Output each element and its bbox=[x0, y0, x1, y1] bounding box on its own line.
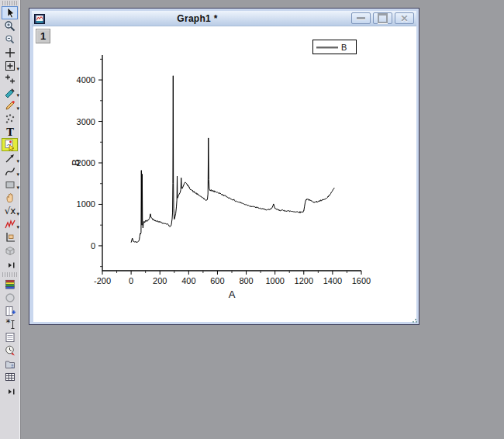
worksheet-tool-button[interactable] bbox=[2, 330, 18, 344]
rect-icon bbox=[4, 178, 16, 191]
plot-area[interactable]: -200020040060080010001200140016000100020… bbox=[33, 26, 416, 322]
grid-icon bbox=[4, 371, 16, 383]
minimize-icon bbox=[357, 17, 365, 19]
brush-icon bbox=[4, 86, 16, 99]
recalculate-tool-button[interactable] bbox=[2, 344, 18, 357]
project-folder-tool-button[interactable] bbox=[2, 357, 18, 370]
legend-line-sample bbox=[316, 47, 338, 48]
screen-reader-tool-button[interactable] bbox=[2, 46, 18, 59]
draw-data-tool-button[interactable]: ▾ bbox=[2, 99, 18, 112]
x-tick-label: 1400 bbox=[323, 276, 342, 285]
x-tick-label: -200 bbox=[94, 276, 111, 285]
graph-page: -200020040060080010001200140016000100020… bbox=[33, 26, 416, 322]
hand-icon bbox=[4, 192, 16, 204]
dropdown-arrow-icon[interactable]: ▾ bbox=[16, 224, 19, 230]
dropdown-arrow-icon[interactable]: ▾ bbox=[16, 105, 19, 111]
zoom-in-tool-button[interactable] bbox=[2, 19, 18, 33]
x-axis-title[interactable]: A bbox=[170, 289, 294, 300]
x-tick-label: 1200 bbox=[295, 276, 313, 285]
pointer-icon bbox=[4, 7, 16, 19]
zoom-out-tool-button[interactable] bbox=[2, 33, 18, 46]
y-tick-label: 1000 bbox=[77, 199, 95, 209]
svg-text:T: T bbox=[6, 126, 14, 137]
arrow-tool-button[interactable]: ▾ bbox=[2, 151, 18, 164]
curve-icon bbox=[4, 165, 16, 178]
text-tool-button[interactable]: T bbox=[2, 125, 18, 138]
toolbar-grip[interactable] bbox=[2, 1, 17, 5]
equation-tool-button[interactable]: √x▾ bbox=[2, 204, 18, 217]
restore-button[interactable] bbox=[373, 12, 392, 24]
add-column-tool-button[interactable] bbox=[2, 304, 18, 317]
graph-window-icon bbox=[34, 13, 45, 23]
dropdown-arrow-icon[interactable]: ▾ bbox=[16, 211, 19, 216]
x-tick-label: 800 bbox=[239, 276, 253, 285]
dropdown-arrow-icon[interactable]: ▾ bbox=[16, 171, 19, 177]
y-tick-label: 3000 bbox=[77, 117, 95, 126]
y-tick-label: 4000 bbox=[77, 75, 95, 85]
titlebar[interactable]: Graph1 * ✕ bbox=[32, 11, 416, 26]
zoom-out-icon bbox=[4, 33, 16, 46]
zoom-in-icon bbox=[4, 20, 16, 33]
star-bracket-icon: * bbox=[4, 318, 16, 330]
y-axis-title[interactable]: B bbox=[70, 140, 81, 186]
cube-icon bbox=[4, 244, 16, 257]
dropdown-arrow-icon[interactable]: ▾ bbox=[16, 66, 19, 71]
data-selector-tool-button[interactable] bbox=[2, 72, 18, 85]
tools-toolbar: ▾▾▾T▾▾▾√x▾▾* bbox=[0, 0, 21, 439]
axes-frame bbox=[102, 55, 361, 271]
svg-text:*: * bbox=[5, 318, 10, 328]
y-tick-label: 0 bbox=[91, 241, 95, 251]
restore-icon bbox=[378, 13, 388, 23]
add-column-icon bbox=[4, 305, 16, 317]
series-B-line[interactable] bbox=[131, 76, 334, 243]
insert-graph-tool-button[interactable]: ▾ bbox=[2, 217, 18, 230]
close-button[interactable]: ✕ bbox=[395, 12, 414, 24]
minimize-button[interactable] bbox=[351, 12, 371, 24]
new-table-tool-button[interactable] bbox=[2, 370, 18, 383]
rectangle-tool-button[interactable]: ▾ bbox=[2, 178, 18, 191]
toolbar-overflow-button[interactable] bbox=[3, 258, 19, 271]
x-tick-label: 200 bbox=[153, 276, 167, 285]
circle-tool-button[interactable] bbox=[2, 291, 18, 304]
annotation-tool-button[interactable] bbox=[2, 138, 18, 151]
x-tick-label: 1000 bbox=[265, 276, 284, 285]
cluster-tool-button[interactable] bbox=[2, 112, 18, 125]
resize-grip[interactable] bbox=[412, 317, 418, 323]
rotate-3d-tool-button[interactable] bbox=[2, 244, 18, 257]
toolbar-grip[interactable] bbox=[2, 272, 17, 277]
data-reader-tool-button[interactable]: ▾ bbox=[2, 59, 18, 72]
overflow-icon bbox=[5, 385, 18, 398]
dropdown-arrow-icon[interactable]: ▾ bbox=[16, 92, 19, 98]
circle-icon bbox=[4, 292, 16, 304]
folder-user-icon bbox=[4, 358, 16, 370]
window-title: Graph1 * bbox=[45, 13, 351, 24]
color-palette-tool-button[interactable] bbox=[2, 278, 18, 291]
x-tick-label: 1600 bbox=[352, 276, 371, 285]
legend-label: B bbox=[341, 43, 347, 52]
legend[interactable]: B bbox=[312, 40, 357, 54]
pointer-tool-button[interactable] bbox=[2, 6, 18, 19]
clock-icon bbox=[4, 344, 16, 357]
pencil-icon bbox=[4, 99, 16, 112]
dropdown-arrow-icon[interactable]: ▾ bbox=[16, 185, 19, 190]
x-tick-label: 600 bbox=[210, 276, 224, 285]
axis-hand-icon bbox=[4, 231, 16, 244]
close-icon: ✕ bbox=[400, 15, 408, 22]
arrow-icon bbox=[4, 152, 16, 164]
worksheet-icon bbox=[4, 331, 16, 344]
pan-tool-button[interactable] bbox=[2, 191, 18, 204]
graph-window: Graph1 * ✕ -2000200400600800100012001400… bbox=[29, 8, 419, 325]
desktop: ▾▾▾T▾▾▾√x▾▾* Graph1 * ✕ -200020040060080… bbox=[0, 0, 504, 439]
dropdown-arrow-icon[interactable]: ▾ bbox=[16, 158, 19, 164]
svg-text:√x: √x bbox=[4, 206, 16, 216]
function-tool-button[interactable]: * bbox=[2, 317, 18, 330]
wave-icon bbox=[4, 218, 16, 230]
crosshair-icon bbox=[4, 47, 16, 59]
axis-scale-tool-button[interactable] bbox=[2, 230, 18, 244]
toolbar-overflow-button[interactable] bbox=[3, 385, 19, 398]
curve-arrow-tool-button[interactable]: ▾ bbox=[2, 164, 18, 178]
x-tick-label: 400 bbox=[181, 276, 195, 285]
cluster-icon bbox=[4, 112, 16, 125]
layer-1-badge[interactable]: 1 bbox=[36, 29, 50, 43]
mask-range-tool-button[interactable]: ▾ bbox=[2, 85, 18, 99]
